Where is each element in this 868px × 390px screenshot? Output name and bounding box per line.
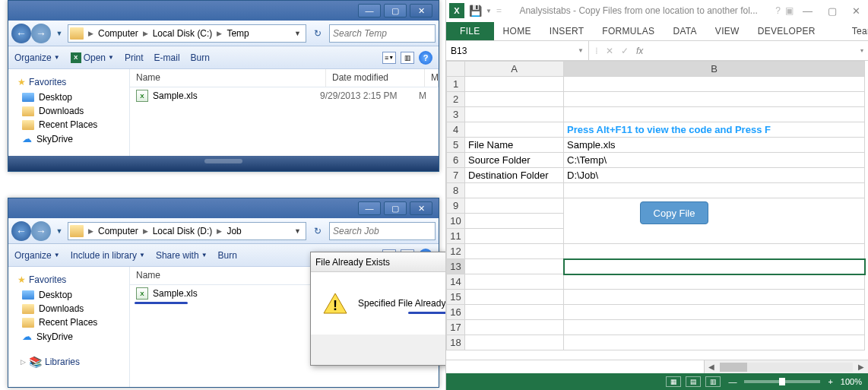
fx-icon[interactable]: fx <box>636 46 643 56</box>
share-with-menu[interactable]: Share with▼ <box>156 250 207 261</box>
maximize-button[interactable]: ▢ <box>384 4 407 17</box>
close-button[interactable]: ✕ <box>410 4 432 17</box>
row-header[interactable]: 11 <box>447 229 465 244</box>
normal-view[interactable]: ▦ <box>666 376 681 387</box>
col-header-b[interactable]: B <box>564 62 865 77</box>
organize-menu[interactable]: Organize▼ <box>14 52 60 63</box>
cell-b5[interactable]: Sample.xls <box>564 138 865 153</box>
row-header[interactable]: 2 <box>447 92 465 107</box>
sidebar-item-recent[interactable]: Recent Places <box>8 315 129 329</box>
row-header[interactable]: 1 <box>447 77 465 92</box>
crumb-sep-icon[interactable]: ▶ <box>141 227 150 235</box>
tab-insert[interactable]: INSERT <box>540 23 594 40</box>
cell[interactable] <box>465 274 564 290</box>
address-bar[interactable]: ▶ Computer ▶ Local Disk (D:) ▶ Job ▼ <box>68 222 306 240</box>
preview-pane-toggle[interactable]: ▥ <box>401 52 414 64</box>
row-header[interactable]: 8 <box>447 183 465 198</box>
row-header[interactable]: 6 <box>447 153 465 168</box>
sheet-tabs-area[interactable] <box>446 360 705 373</box>
cell[interactable] <box>465 77 564 92</box>
cell[interactable] <box>564 320 865 335</box>
cell-b6[interactable]: C:\Temp\ <box>564 153 865 168</box>
row-header[interactable]: 3 <box>447 107 465 122</box>
close-button[interactable]: ✕ <box>410 201 432 215</box>
cell[interactable] <box>564 244 865 259</box>
cell[interactable] <box>465 92 564 107</box>
page-layout-view[interactable]: ▤ <box>686 376 701 387</box>
sidebar-item-skydrive[interactable]: ☁SkyDrive <box>8 329 129 344</box>
breadcrumb-folder[interactable]: Job <box>223 224 244 238</box>
row-header[interactable]: 13 <box>447 259 465 274</box>
cell[interactable] <box>465 107 564 122</box>
favorites-heading[interactable]: ★Favorites <box>8 74 129 90</box>
email-button[interactable]: E-mail <box>154 52 180 63</box>
titlebar[interactable]: — ▢ ✕ <box>8 198 439 218</box>
tab-data[interactable]: DATA <box>664 23 705 40</box>
breadcrumb-computer[interactable]: Computer <box>95 27 141 40</box>
row-header[interactable]: 10 <box>447 214 465 229</box>
burn-button[interactable]: Burn <box>191 52 210 63</box>
cell[interactable] <box>465 320 564 335</box>
cell[interactable] <box>564 290 865 305</box>
address-dropdown[interactable]: ▼ <box>291 227 304 235</box>
search-input[interactable] <box>333 226 448 236</box>
cell[interactable] <box>564 335 865 350</box>
print-button[interactable]: Print <box>125 52 144 63</box>
sidebar-item-skydrive[interactable]: ☁SkyDrive <box>8 132 129 146</box>
forward-button[interactable]: → <box>31 24 51 43</box>
refresh-button[interactable]: ↻ <box>309 223 326 239</box>
minimize-button[interactable]: — <box>358 201 381 215</box>
forward-button[interactable]: → <box>31 221 51 241</box>
cell-a5[interactable]: File Name <box>465 138 564 153</box>
cell[interactable] <box>465 305 564 320</box>
address-bar[interactable]: ▶ Computer ▶ Local Disk (C:) ▶ Temp ▼ <box>68 24 306 43</box>
scroll-thumb[interactable] <box>720 363 747 372</box>
crumb-sep-icon[interactable]: ▶ <box>141 30 150 37</box>
tab-home[interactable]: HOME <box>494 23 540 40</box>
crumb-sep-icon[interactable]: ▶ <box>87 30 95 37</box>
cell[interactable] <box>564 183 865 198</box>
sidebar-item-downloads[interactable]: Downloads <box>8 302 129 315</box>
cell[interactable] <box>465 259 564 274</box>
tab-team[interactable]: Team <box>843 23 868 40</box>
crumb-sep-icon[interactable]: ▶ <box>215 30 223 37</box>
cell[interactable] <box>465 229 564 244</box>
search-box[interactable]: 🔍 <box>329 24 436 43</box>
view-options[interactable]: ≡ ▼ <box>382 52 396 64</box>
back-button[interactable]: ← <box>11 24 31 43</box>
horizontal-scrollbar[interactable]: ◀ ▶ <box>446 360 868 373</box>
libraries-heading[interactable]: ▷📚Libraries <box>8 353 129 371</box>
row-header[interactable]: 12 <box>447 244 465 259</box>
cell[interactable] <box>465 335 564 350</box>
breadcrumb-drive[interactable]: Local Disk (D:) <box>150 224 216 238</box>
cell[interactable] <box>465 183 564 198</box>
sidebar-item-desktop[interactable]: Desktop <box>8 288 129 302</box>
row-header[interactable]: 14 <box>447 274 465 290</box>
col-date[interactable]: Date modified <box>326 69 425 87</box>
back-button[interactable]: ← <box>11 221 31 241</box>
minimize-button[interactable]: — <box>798 4 817 18</box>
cell[interactable] <box>465 214 564 229</box>
cell-b4[interactable]: Press Alt+F11 to view the code and Press… <box>564 122 865 138</box>
column-headers[interactable]: Name Date modified M <box>130 69 439 87</box>
maximize-button[interactable]: ▢ <box>823 4 841 18</box>
crumb-sep-icon[interactable]: ▶ <box>87 227 95 235</box>
zoom-knob[interactable] <box>779 378 785 385</box>
cell[interactable]: Copy File <box>564 198 865 244</box>
zoom-in[interactable]: + <box>828 377 832 386</box>
cell-b7[interactable]: D:\Job\ <box>564 168 865 183</box>
close-button[interactable]: ✕ <box>847 4 865 18</box>
crumb-sep-icon[interactable]: ▶ <box>215 227 223 235</box>
tab-developer[interactable]: DEVELOPER <box>749 23 825 40</box>
col-name[interactable]: Name <box>130 69 326 87</box>
zoom-out[interactable]: — <box>728 377 737 386</box>
cell[interactable] <box>465 122 564 138</box>
favorites-heading[interactable]: ★Favorites <box>8 271 129 288</box>
cell[interactable] <box>564 77 865 92</box>
history-dropdown[interactable]: ▼ <box>54 227 65 235</box>
worksheet[interactable]: AB 1 2 3 4Press Alt+F11 to view the code… <box>446 61 868 373</box>
cell-b13-selected[interactable] <box>564 259 865 274</box>
cancel-formula-icon[interactable]: ✕ <box>606 46 613 56</box>
search-box[interactable]: 🔍 <box>329 222 436 240</box>
cell[interactable] <box>564 305 865 320</box>
